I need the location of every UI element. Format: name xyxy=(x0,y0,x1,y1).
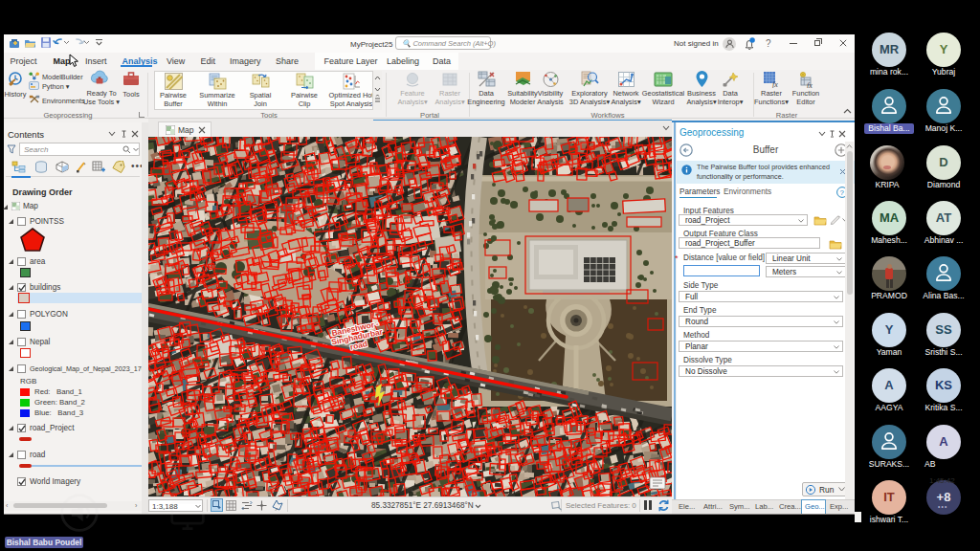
svg-text:?: ? xyxy=(840,188,845,197)
svg-text:fx: fx xyxy=(807,81,813,89)
svg-text:fx: fx xyxy=(772,80,778,88)
